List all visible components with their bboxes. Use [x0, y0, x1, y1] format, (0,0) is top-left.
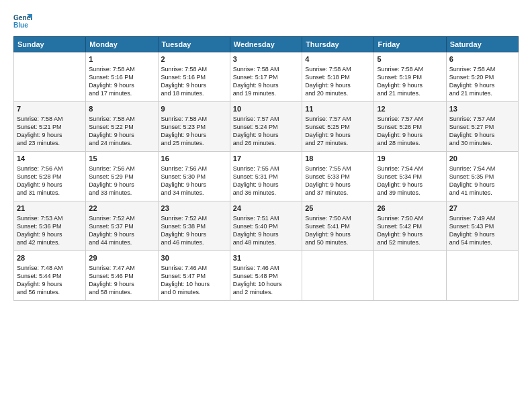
day-info-line: Sunrise: 7:58 AM [377, 65, 443, 73]
day-info-line: Daylight: 9 hours [377, 230, 443, 238]
day-info-line: Sunrise: 7:57 AM [377, 115, 443, 123]
day-number: 8 [89, 104, 154, 114]
cell-w2-d3: 9Sunrise: 7:58 AMSunset: 5:23 PMDaylight… [158, 102, 230, 152]
col-header-saturday: Saturday [446, 37, 518, 52]
day-info-line: and 21 minutes. [377, 89, 443, 97]
week-row-1: 1Sunrise: 7:58 AMSunset: 5:16 PMDaylight… [14, 52, 519, 102]
day-number: 22 [89, 203, 154, 214]
day-number: 1 [89, 54, 154, 64]
day-info-line: Daylight: 9 hours [17, 280, 83, 288]
day-info-line: Sunset: 5:43 PM [449, 222, 515, 230]
day-info-line: and 17 minutes. [89, 89, 154, 97]
day-info-line: Daylight: 9 hours [161, 181, 227, 189]
day-info-line: Daylight: 9 hours [377, 81, 443, 89]
day-info-line: Sunset: 5:42 PM [377, 222, 443, 230]
day-info-line: Sunset: 5:26 PM [377, 123, 443, 131]
cell-w5-d1: 28Sunrise: 7:48 AMSunset: 5:44 PMDayligh… [14, 251, 86, 301]
day-number: 30 [161, 253, 227, 263]
header: General Blue [13, 12, 519, 31]
day-info-line: and 24 minutes. [89, 139, 154, 147]
cell-w4-d7: 27Sunrise: 7:49 AMSunset: 5:43 PMDayligh… [446, 201, 518, 251]
cell-w1-d2: 1Sunrise: 7:58 AMSunset: 5:16 PMDaylight… [86, 52, 158, 102]
day-number: 28 [17, 253, 83, 263]
day-info-line: and 2 minutes. [233, 288, 299, 296]
day-number: 18 [305, 154, 371, 164]
day-info-line: and 44 minutes. [89, 238, 154, 246]
cell-w4-d6: 26Sunrise: 7:50 AMSunset: 5:42 PMDayligh… [374, 201, 446, 251]
day-info-line: and 28 minutes. [377, 139, 443, 147]
day-number: 19 [377, 154, 443, 164]
cell-w5-d4: 31Sunrise: 7:46 AMSunset: 5:48 PMDayligh… [230, 251, 302, 301]
day-info-line: Sunset: 5:37 PM [89, 222, 154, 230]
cell-w5-d2: 29Sunrise: 7:47 AMSunset: 5:46 PMDayligh… [86, 251, 158, 301]
cell-w5-d7 [446, 251, 518, 301]
day-number: 13 [449, 104, 515, 114]
day-info-line: Sunset: 5:38 PM [161, 222, 227, 230]
day-number: 5 [377, 54, 443, 64]
cell-w1-d4: 3Sunrise: 7:58 AMSunset: 5:17 PMDaylight… [230, 52, 302, 102]
day-info-line: Daylight: 9 hours [305, 81, 371, 89]
day-info-line: and 52 minutes. [377, 238, 443, 246]
day-info-line: Sunrise: 7:50 AM [377, 214, 443, 222]
day-info-line: Sunrise: 7:58 AM [233, 65, 299, 73]
day-info-line: and 18 minutes. [161, 89, 227, 97]
day-info-line: Sunset: 5:47 PM [161, 272, 227, 280]
cell-w5-d5 [302, 251, 374, 301]
day-info-line: and 37 minutes. [305, 189, 371, 197]
day-info-line: Sunrise: 7:58 AM [17, 115, 83, 123]
day-info-line: Daylight: 9 hours [233, 81, 299, 89]
day-info-line: Sunset: 5:46 PM [89, 272, 154, 280]
svg-text:Blue: Blue [13, 21, 28, 29]
day-number: 31 [233, 253, 299, 263]
day-info-line: Daylight: 9 hours [377, 131, 443, 139]
day-number: 17 [233, 154, 299, 164]
day-number: 24 [233, 203, 299, 214]
day-info-line: Daylight: 9 hours [449, 230, 515, 238]
day-number: 2 [161, 54, 227, 64]
day-info-line: Sunrise: 7:55 AM [233, 165, 299, 173]
day-info-line: Sunrise: 7:51 AM [233, 214, 299, 222]
day-info-line: Sunset: 5:29 PM [89, 173, 154, 181]
col-header-sunday: Sunday [14, 37, 86, 52]
day-info-line: Sunset: 5:28 PM [17, 173, 83, 181]
page: General Blue SundayMondayTuesdayWednesda… [0, 0, 532, 411]
day-info-line: Sunset: 5:18 PM [305, 73, 371, 81]
day-info-line: Sunset: 5:19 PM [377, 73, 443, 81]
day-number: 25 [305, 203, 371, 214]
day-number: 21 [17, 203, 83, 214]
day-info-line: Sunrise: 7:54 AM [449, 165, 515, 173]
day-info-line: Sunset: 5:16 PM [89, 73, 154, 81]
day-info-line: Daylight: 9 hours [305, 181, 371, 189]
day-info-line: Sunset: 5:16 PM [161, 73, 227, 81]
day-info-line: and 25 minutes. [161, 139, 227, 147]
day-info-line: Sunrise: 7:46 AM [233, 264, 299, 272]
day-info-line: Daylight: 9 hours [161, 230, 227, 238]
day-number: 14 [17, 154, 83, 164]
day-info-line: Sunset: 5:35 PM [449, 173, 515, 181]
day-info-line: Sunset: 5:44 PM [17, 272, 83, 280]
day-info-line: Sunrise: 7:47 AM [89, 264, 154, 272]
day-info-line: Sunrise: 7:46 AM [161, 264, 227, 272]
day-number: 15 [89, 154, 154, 164]
day-info-line: Daylight: 9 hours [89, 280, 154, 288]
day-info-line: and 58 minutes. [89, 288, 154, 296]
cell-w2-d6: 12Sunrise: 7:57 AMSunset: 5:26 PMDayligh… [374, 102, 446, 152]
day-info-line: Daylight: 9 hours [161, 131, 227, 139]
day-info-line: Daylight: 9 hours [305, 230, 371, 238]
day-info-line: and 54 minutes. [449, 238, 515, 246]
cell-w4-d2: 22Sunrise: 7:52 AMSunset: 5:37 PMDayligh… [86, 201, 158, 251]
day-info-line: Sunrise: 7:58 AM [161, 65, 227, 73]
col-header-tuesday: Tuesday [158, 37, 230, 52]
cell-w4-d5: 25Sunrise: 7:50 AMSunset: 5:41 PMDayligh… [302, 201, 374, 251]
cell-w1-d3: 2Sunrise: 7:58 AMSunset: 5:16 PMDaylight… [158, 52, 230, 102]
day-info-line: and 41 minutes. [449, 189, 515, 197]
day-info-line: Sunset: 5:36 PM [17, 222, 83, 230]
day-info-line: Sunrise: 7:50 AM [305, 214, 371, 222]
cell-w2-d1: 7Sunrise: 7:58 AMSunset: 5:21 PMDaylight… [14, 102, 86, 152]
day-info-line: Daylight: 9 hours [233, 181, 299, 189]
day-number: 23 [161, 203, 227, 214]
day-info-line: Sunset: 5:23 PM [161, 123, 227, 131]
day-info-line: and 21 minutes. [449, 89, 515, 97]
day-info-line: and 26 minutes. [233, 139, 299, 147]
day-info-line: Sunset: 5:25 PM [305, 123, 371, 131]
